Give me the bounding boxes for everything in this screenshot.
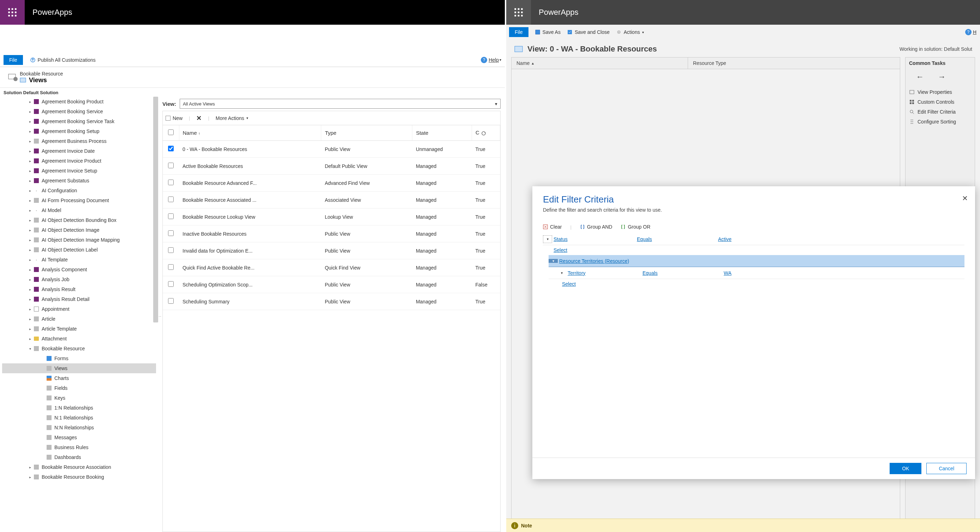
- table-row[interactable]: Active Bookable Resources Default Public…: [163, 158, 500, 175]
- tree-node[interactable]: ▸Agreement Invoice Product: [2, 156, 156, 166]
- more-actions-button[interactable]: More Actions ▾: [216, 115, 248, 121]
- col-checkbox[interactable]: [163, 125, 179, 141]
- twisty-icon[interactable]: ▸: [27, 169, 32, 173]
- chevron-down-icon[interactable]: ▾: [561, 271, 563, 275]
- table-row[interactable]: 0 - WA - Bookable Resources Public View …: [163, 141, 500, 158]
- row-checkbox[interactable]: [168, 146, 174, 151]
- tree-node[interactable]: ▸Attachment: [2, 334, 156, 344]
- twisty-icon[interactable]: ▸: [27, 287, 32, 291]
- select-link[interactable]: Select: [554, 247, 567, 253]
- twisty-icon[interactable]: ▸: [27, 465, 32, 469]
- tree-node[interactable]: Forms: [2, 354, 156, 364]
- new-button[interactable]: New: [165, 115, 183, 121]
- col-type[interactable]: Type: [321, 125, 412, 141]
- filter-field[interactable]: Territory: [568, 270, 585, 276]
- tree-node[interactable]: N:1 Relationships: [2, 413, 156, 422]
- tree-node[interactable]: Fields: [2, 383, 156, 393]
- table-row[interactable]: Bookable Resource Lookup View Lookup Vie…: [163, 208, 500, 226]
- table-row[interactable]: Scheduling Optimization Scop... Public V…: [163, 276, 500, 293]
- twisty-icon[interactable]: ▸: [27, 258, 32, 262]
- tree-node[interactable]: ▸·AI Template: [2, 255, 156, 265]
- twisty-icon[interactable]: ▸: [27, 159, 32, 163]
- clear-button[interactable]: Clear: [543, 224, 562, 230]
- filter-row-status[interactable]: ▾ Status Equals Active: [543, 233, 964, 245]
- scrollbar-thumb[interactable]: [153, 97, 158, 322]
- twisty-icon[interactable]: ▸: [27, 179, 32, 183]
- row-checkbox[interactable]: [168, 179, 174, 185]
- save-close-button[interactable]: Save and Close: [567, 29, 610, 35]
- filter-value[interactable]: WA: [724, 270, 732, 276]
- row-checkbox[interactable]: [168, 213, 174, 219]
- solution-tree[interactable]: ▸Agreement Booking Product▸Agreement Boo…: [0, 97, 158, 532]
- view-selector[interactable]: All Active Views ▾: [180, 99, 501, 109]
- twisty-icon[interactable]: ▸: [27, 139, 32, 143]
- col-cust[interactable]: C: [472, 125, 500, 141]
- tree-node[interactable]: ▸Agreement Booking Service: [2, 106, 156, 116]
- col-name[interactable]: Name ▲: [512, 57, 688, 69]
- tree-node[interactable]: ▸Analysis Job: [2, 275, 156, 284]
- tree-node[interactable]: ▸Article: [2, 314, 156, 324]
- table-row[interactable]: Invalid data for Optimization E... Publi…: [163, 242, 500, 259]
- row-checkbox[interactable]: [168, 230, 174, 236]
- group-and-button[interactable]: Group AND: [580, 224, 612, 230]
- filter-field[interactable]: Status: [554, 237, 568, 242]
- delete-button[interactable]: ✕: [196, 114, 202, 122]
- twisty-icon[interactable]: ▸: [27, 149, 32, 153]
- tree-node[interactable]: ▸AI Object Detection Image: [2, 225, 156, 235]
- twisty-icon[interactable]: ▸: [27, 337, 32, 341]
- row-checkbox[interactable]: [168, 264, 174, 270]
- tree-node[interactable]: N:N Relationships: [2, 422, 156, 432]
- ok-button[interactable]: OK: [889, 463, 921, 474]
- actions-button[interactable]: Actions ▾: [616, 29, 644, 35]
- chevron-down-icon[interactable]: ▾: [552, 259, 554, 263]
- filter-group-label[interactable]: Resource Territories (Resource): [559, 258, 629, 264]
- twisty-icon[interactable]: ▸: [27, 110, 32, 114]
- twisty-icon[interactable]: ▸: [27, 119, 32, 124]
- task-custom-controls[interactable]: Custom Controls: [909, 97, 971, 107]
- filter-group-row[interactable]: ▾ Resource Territories (Resource): [549, 255, 964, 267]
- table-row[interactable]: Scheduling Summary Public View Managed T…: [163, 293, 500, 310]
- row-checkbox[interactable]: [168, 197, 174, 202]
- row-checkbox[interactable]: [168, 163, 174, 168]
- tree-node[interactable]: ▸Analysis Result Detail: [2, 294, 156, 304]
- tree-node[interactable]: 1:N Relationships: [2, 403, 156, 413]
- tree-node[interactable]: ▾Bookable Resource: [2, 344, 156, 354]
- twisty-icon[interactable]: ▸: [27, 199, 32, 203]
- twisty-icon[interactable]: ▸: [27, 208, 32, 212]
- row-checkbox[interactable]: [168, 281, 174, 287]
- select-link[interactable]: Select: [562, 281, 576, 287]
- tree-node[interactable]: Keys: [2, 393, 156, 403]
- twisty-icon[interactable]: ▸: [27, 218, 32, 222]
- tree-node[interactable]: ▸AI Object Detection Label: [2, 245, 156, 255]
- tree-node[interactable]: ▸Analysis Component: [2, 265, 156, 275]
- chevron-down-icon[interactable]: ▾: [547, 237, 549, 241]
- col-resource-type[interactable]: Resource Type: [688, 57, 900, 69]
- tree-node[interactable]: ▸Agreement Booking Setup: [2, 126, 156, 136]
- tree-node[interactable]: ▸Agreement Substatus: [2, 176, 156, 186]
- twisty-icon[interactable]: ▾: [27, 347, 32, 351]
- twisty-icon[interactable]: ▸: [27, 475, 32, 479]
- twisty-icon[interactable]: ▸: [27, 268, 32, 272]
- tree-node[interactable]: ▸Analysis Result: [2, 284, 156, 294]
- twisty-icon[interactable]: ▸: [27, 248, 32, 252]
- table-row[interactable]: Inactive Bookable Resources Public View …: [163, 226, 500, 242]
- tree-node[interactable]: Views: [2, 364, 156, 373]
- twisty-icon[interactable]: ▸: [27, 317, 32, 321]
- tree-node[interactable]: ▸Agreement Business Process: [2, 136, 156, 146]
- task-configure-sorting[interactable]: Configure Sorting: [909, 117, 971, 127]
- file-button[interactable]: File: [509, 27, 528, 37]
- file-button[interactable]: File: [3, 55, 23, 65]
- app-launcher-button[interactable]: [0, 0, 25, 25]
- tree-node[interactable]: ▸AI Form Processing Document: [2, 195, 156, 205]
- close-button[interactable]: ✕: [962, 194, 968, 203]
- twisty-icon[interactable]: ▸: [27, 307, 32, 311]
- row-checkbox[interactable]: [168, 247, 174, 253]
- arrow-left-icon[interactable]: ←: [916, 72, 924, 81]
- help-button[interactable]: ? H: [965, 29, 977, 35]
- col-name[interactable]: Name ↑: [179, 125, 321, 141]
- task-edit-filter-criteria[interactable]: Edit Filter Criteria: [909, 107, 971, 117]
- tree-node[interactable]: ▸Agreement Booking Product: [2, 97, 156, 106]
- row-checkbox[interactable]: [168, 298, 174, 304]
- filter-row-territory[interactable]: ▾ Territory Equals WA: [549, 267, 964, 279]
- tree-node[interactable]: ▸Bookable Resource Association: [2, 462, 156, 472]
